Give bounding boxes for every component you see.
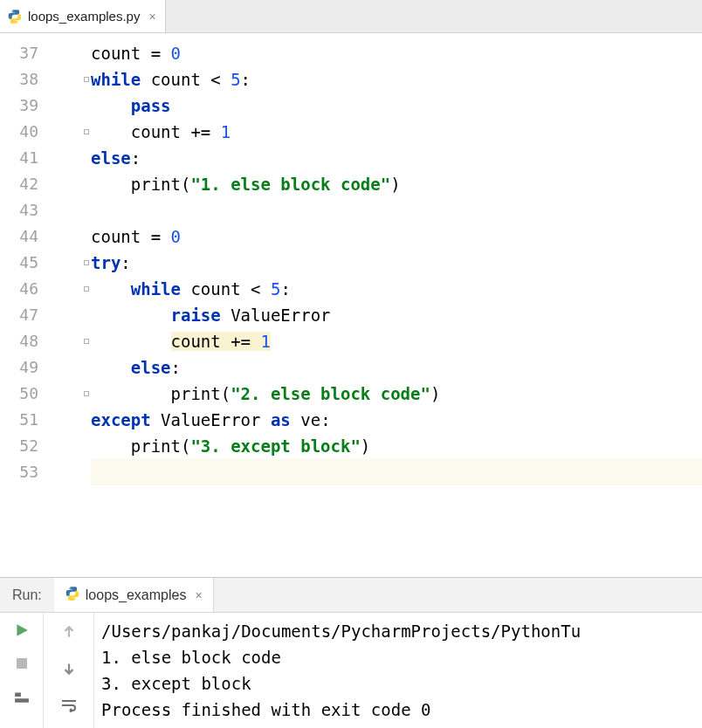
line-number: 48	[0, 328, 38, 354]
code-line[interactable]: else:	[91, 145, 702, 171]
python-file-icon	[7, 9, 23, 24]
line-number: 39	[0, 93, 38, 119]
code-line[interactable]: raise ValueError	[91, 302, 702, 328]
code-line[interactable]: count += 1	[91, 119, 702, 145]
code-line[interactable]	[91, 197, 702, 223]
code-line[interactable]: try:	[91, 250, 702, 276]
fold-marker[interactable]	[84, 77, 89, 82]
down-icon[interactable]	[58, 658, 79, 679]
run-config-name: loops_examples	[86, 587, 187, 603]
console-output[interactable]: /Users/pankaj/Documents/PycharmProjects/…	[94, 613, 702, 728]
editor-tab[interactable]: loops_examples.py ×	[0, 0, 166, 32]
line-number: 37	[0, 40, 38, 66]
code-area[interactable]: count = 0while count < 5: pass count += …	[91, 33, 702, 577]
fold-marker[interactable]	[84, 129, 89, 134]
code-editor[interactable]: 3738394041424344454647484950515253 count…	[0, 33, 702, 577]
line-number: 43	[0, 197, 38, 223]
line-number: 38	[0, 66, 38, 93]
line-number: 53	[0, 459, 38, 485]
code-line[interactable]: print("1. else block code")	[91, 171, 702, 197]
line-number: 52	[0, 433, 38, 459]
console-line: /Users/pankaj/Documents/PycharmProjects/…	[101, 618, 695, 644]
up-icon[interactable]	[58, 622, 79, 642]
line-number: 45	[0, 250, 38, 276]
run-header: Run: loops_examples ×	[0, 578, 702, 613]
svg-rect-1	[15, 698, 29, 703]
line-number: 44	[0, 223, 38, 250]
run-toolbar-primary	[0, 613, 44, 728]
code-line[interactable]: count = 0	[91, 223, 702, 250]
line-number-gutter: 3738394041424344454647484950515253	[0, 33, 47, 577]
fold-marker[interactable]	[84, 391, 89, 396]
line-number: 47	[0, 302, 38, 328]
stop-button[interactable]	[11, 653, 32, 674]
line-number: 41	[0, 145, 38, 171]
tab-filename: loops_examples.py	[28, 9, 140, 24]
code-line[interactable]: print("3. except block")	[91, 433, 702, 459]
close-icon[interactable]: ×	[145, 10, 155, 24]
run-label: Run:	[0, 587, 54, 603]
fold-column	[47, 33, 91, 577]
code-line[interactable]: count = 0	[91, 40, 702, 66]
run-button[interactable]	[11, 620, 32, 641]
console-line: Process finished with exit code 0	[101, 697, 695, 723]
fold-marker[interactable]	[84, 260, 89, 265]
line-number: 40	[0, 119, 38, 145]
code-line[interactable]: print("2. else block code")	[91, 381, 702, 407]
code-line[interactable]: while count < 5:	[91, 66, 702, 93]
python-file-icon	[65, 586, 80, 605]
svg-rect-0	[17, 658, 27, 669]
svg-rect-2	[15, 693, 21, 697]
code-line[interactable]: else:	[91, 354, 702, 381]
layout-button[interactable]	[11, 686, 32, 707]
close-icon[interactable]: ×	[191, 588, 202, 602]
line-number: 50	[0, 381, 38, 407]
line-number: 51	[0, 407, 38, 433]
code-line[interactable]	[91, 459, 702, 485]
line-number: 46	[0, 276, 38, 302]
run-config-tab[interactable]: loops_examples ×	[54, 578, 214, 612]
run-toolbar-secondary	[44, 613, 94, 728]
run-tool-window: Run: loops_examples ×	[0, 577, 702, 728]
code-line[interactable]: while count < 5:	[91, 276, 702, 302]
fold-marker[interactable]	[84, 286, 89, 292]
soft-wrap-icon[interactable]	[58, 695, 79, 716]
code-line[interactable]: count += 1	[91, 328, 702, 354]
code-line[interactable]: except ValueError as ve:	[91, 407, 702, 433]
console-line: 1. else block code	[101, 644, 695, 670]
console-line: 3. except block	[101, 670, 695, 697]
code-line[interactable]: pass	[91, 93, 702, 119]
editor-tab-bar: loops_examples.py ×	[0, 0, 702, 33]
line-number: 42	[0, 171, 38, 197]
line-number: 49	[0, 354, 38, 381]
fold-marker[interactable]	[84, 339, 89, 344]
